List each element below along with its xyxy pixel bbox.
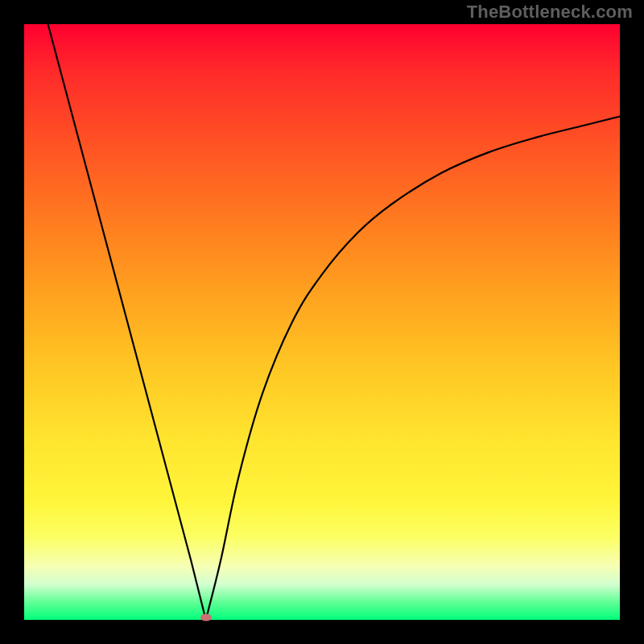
watermark-text: TheBottleneck.com xyxy=(467,2,633,23)
background-gradient xyxy=(24,24,620,620)
chart-frame: TheBottleneck.com xyxy=(0,0,644,644)
plot-area xyxy=(24,24,620,620)
